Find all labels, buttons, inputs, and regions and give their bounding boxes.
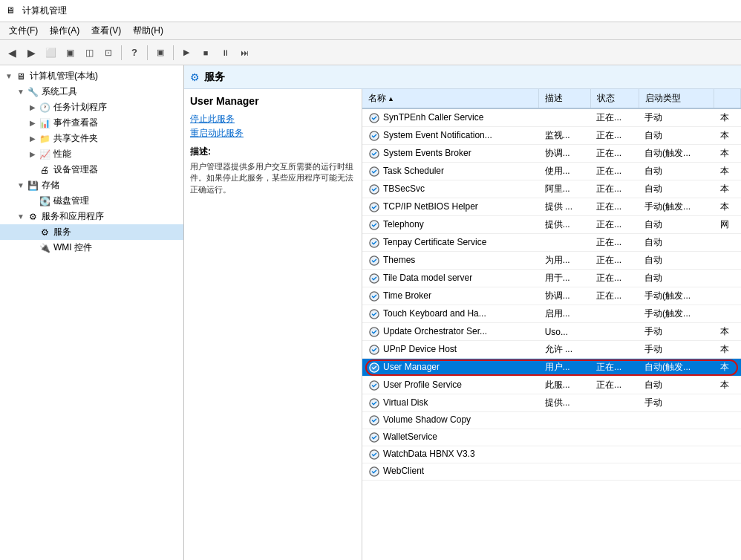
tree-item-disk[interactable]: 💽 磁盘管理 bbox=[0, 193, 183, 209]
cell-desc: 提供 ... bbox=[539, 198, 590, 216]
title-bar-text: 计算机管理 bbox=[22, 4, 67, 17]
col-status[interactable]: 状态 bbox=[590, 89, 639, 108]
cell-extra bbox=[714, 412, 741, 429]
tree-label-sys-tools: 系统工具 bbox=[42, 85, 77, 98]
table-row[interactable]: User Profile Service此服...正在...自动本 bbox=[362, 377, 741, 394]
toolbar: ◀ ▶ ⬜ ▣ ◫ ⊡ ? ▣ ▶ ■ ⏸ ⏭ bbox=[0, 40, 741, 65]
toolbar-back[interactable]: ◀ bbox=[3, 44, 21, 62]
tree-label-root: 计算机管理(本地) bbox=[30, 70, 98, 82]
clock-icon: 🕐 bbox=[39, 102, 50, 114]
toolbar-console[interactable]: ▣ bbox=[151, 44, 169, 62]
toolbar-pause[interactable]: ⏸ bbox=[216, 44, 234, 62]
cell-desc: 启用... bbox=[539, 305, 590, 323]
table-row[interactable]: WalletService bbox=[362, 429, 741, 446]
tree-item-sys-tools[interactable]: ▼ 🔧 系统工具 bbox=[0, 84, 183, 100]
cell-desc: 允许 ... bbox=[539, 341, 590, 359]
cell-startup: 自动(触发... bbox=[639, 145, 714, 163]
cell-startup: 自动 bbox=[639, 127, 714, 145]
toolbar-btn1[interactable]: ⬜ bbox=[42, 44, 59, 62]
table-row[interactable]: Telephony提供...正在...自动网 bbox=[362, 216, 741, 234]
table-row[interactable]: TBSecSvc阿里...正在...自动本 bbox=[362, 180, 741, 198]
table-row[interactable]: System Event Notification...监视...正在...自动… bbox=[362, 127, 741, 145]
table-row[interactable]: Tenpay Certificate Service正在...自动 bbox=[362, 234, 741, 252]
table-row[interactable]: Virtual Disk提供...手动 bbox=[362, 394, 741, 412]
menu-file[interactable]: 文件(F) bbox=[3, 23, 44, 39]
table-row[interactable]: Themes为用...正在...自动 bbox=[362, 252, 741, 270]
col-startup[interactable]: 启动类型 bbox=[639, 89, 714, 108]
col-name[interactable]: 名称▲ bbox=[362, 89, 539, 108]
expand-sys-tools[interactable]: ▼ bbox=[15, 88, 27, 96]
tree-item-event-viewer[interactable]: ▶ 📊 事件查看器 bbox=[0, 115, 183, 131]
tree-label-event: 事件查看器 bbox=[53, 117, 98, 129]
cell-extra bbox=[714, 270, 741, 287]
tree-item-services-apps[interactable]: ▼ ⚙ 服务和应用程序 bbox=[0, 209, 183, 224]
menu-view[interactable]: 查看(V) bbox=[85, 23, 127, 39]
table-row[interactable]: SynTPEnh Caller Service正在...手动本 bbox=[362, 108, 741, 127]
cell-startup: 自动 bbox=[639, 180, 714, 198]
cell-extra bbox=[714, 234, 741, 252]
cell-startup: 手动 bbox=[639, 394, 714, 412]
cell-name: Virtual Disk bbox=[362, 394, 539, 412]
stop-service-link[interactable]: 停止此服务 bbox=[190, 113, 356, 126]
toolbar-play[interactable]: ▶ bbox=[177, 44, 195, 62]
table-row[interactable]: Task Scheduler使用...正在...自动本 bbox=[362, 163, 741, 180]
tree-item-task-scheduler[interactable]: ▶ 🕐 任务计划程序 bbox=[0, 100, 183, 115]
cell-desc: 提供... bbox=[539, 216, 590, 234]
cell-status: 正在... bbox=[590, 108, 639, 127]
col-desc[interactable]: 描述 bbox=[539, 89, 590, 108]
table-row[interactable]: Touch Keyboard and Ha...启用...手动(触发... bbox=[362, 305, 741, 323]
cell-desc: 此服... bbox=[539, 377, 590, 394]
desc-service-name: User Manager bbox=[190, 95, 356, 107]
table-row[interactable]: Volume Shadow Copy bbox=[362, 412, 741, 429]
expand-event[interactable]: ▶ bbox=[27, 119, 39, 127]
expand-task[interactable]: ▶ bbox=[27, 103, 39, 111]
expand-shared[interactable]: ▶ bbox=[27, 134, 39, 143]
table-row[interactable]: Tile Data model server用于...正在...自动 bbox=[362, 270, 741, 287]
cell-name: Telephony bbox=[362, 216, 539, 234]
tree-item-device-manager[interactable]: 🖨 设备管理器 bbox=[0, 162, 183, 178]
table-header-row: 名称▲ 描述 状态 启动类型 bbox=[362, 89, 741, 108]
expand-perf[interactable]: ▶ bbox=[27, 150, 39, 158]
expand-svc-apps[interactable]: ▼ bbox=[15, 212, 27, 221]
table-row[interactable]: Update Orchestrator Ser...Uso...手动本 bbox=[362, 323, 741, 341]
tree-item-services[interactable]: ⚙ 服务 bbox=[0, 224, 183, 240]
services-header: ⚙ 服务 bbox=[184, 65, 741, 89]
toolbar-btn4[interactable]: ⊡ bbox=[99, 44, 117, 62]
toolbar-btn2[interactable]: ▣ bbox=[61, 44, 79, 62]
table-row[interactable]: User Manager用户...正在...自动(触发...本 bbox=[362, 359, 741, 377]
toolbar-forward[interactable]: ▶ bbox=[22, 44, 40, 62]
toolbar-restart[interactable]: ⏭ bbox=[235, 44, 253, 62]
restart-service-link[interactable]: 重启动此服务 bbox=[190, 127, 356, 140]
toolbar-help[interactable]: ? bbox=[125, 44, 143, 62]
col-extra[interactable] bbox=[714, 89, 741, 108]
cell-extra: 本 bbox=[714, 180, 741, 198]
toolbar-btn3[interactable]: ◫ bbox=[80, 44, 98, 62]
expand-root[interactable]: ▼ bbox=[3, 72, 15, 80]
tree-item-shared-folders[interactable]: ▶ 📁 共享文件夹 bbox=[0, 131, 183, 146]
tree-item-root[interactable]: ▼ 🖥 计算机管理(本地) bbox=[0, 68, 183, 84]
tree-item-wmi[interactable]: 🔌 WMI 控件 bbox=[0, 240, 183, 255]
service-icon bbox=[368, 449, 380, 460]
toolbar-sep3 bbox=[173, 45, 174, 60]
table-row[interactable]: TCP/IP NetBIOS Helper提供 ...正在...手动(触发...… bbox=[362, 198, 741, 216]
table-row[interactable]: WatchData HBNX V3.3 bbox=[362, 446, 741, 463]
cell-name: WatchData HBNX V3.3 bbox=[362, 446, 539, 463]
table-row[interactable]: Time Broker协调...正在...手动(触发... bbox=[362, 287, 741, 305]
cell-startup: 自动 bbox=[639, 216, 714, 234]
table-row[interactable]: WebClient bbox=[362, 463, 741, 481]
toolbar-stop[interactable]: ■ bbox=[197, 44, 215, 62]
table-row[interactable]: System Events Broker协调...正在...自动(触发...本 bbox=[362, 145, 741, 163]
services-list[interactable]: 名称▲ 描述 状态 启动类型 SynTPEnh Caller Service正在… bbox=[362, 89, 741, 560]
cell-extra bbox=[714, 394, 741, 412]
tree-item-storage[interactable]: ▼ 💾 存储 bbox=[0, 178, 183, 193]
expand-storage[interactable]: ▼ bbox=[15, 181, 27, 189]
menu-help[interactable]: 帮助(H) bbox=[127, 23, 169, 39]
cell-status: 正在... bbox=[590, 180, 639, 198]
cell-extra: 本 bbox=[714, 341, 741, 359]
tree-item-performance[interactable]: ▶ 📈 性能 bbox=[0, 146, 183, 162]
table-row[interactable]: UPnP Device Host允许 ...手动本 bbox=[362, 341, 741, 359]
cell-name: SynTPEnh Caller Service bbox=[362, 108, 539, 127]
cell-desc: 阿里... bbox=[539, 180, 590, 198]
menu-action[interactable]: 操作(A) bbox=[44, 23, 85, 39]
tree-label-storage: 存储 bbox=[42, 179, 59, 192]
